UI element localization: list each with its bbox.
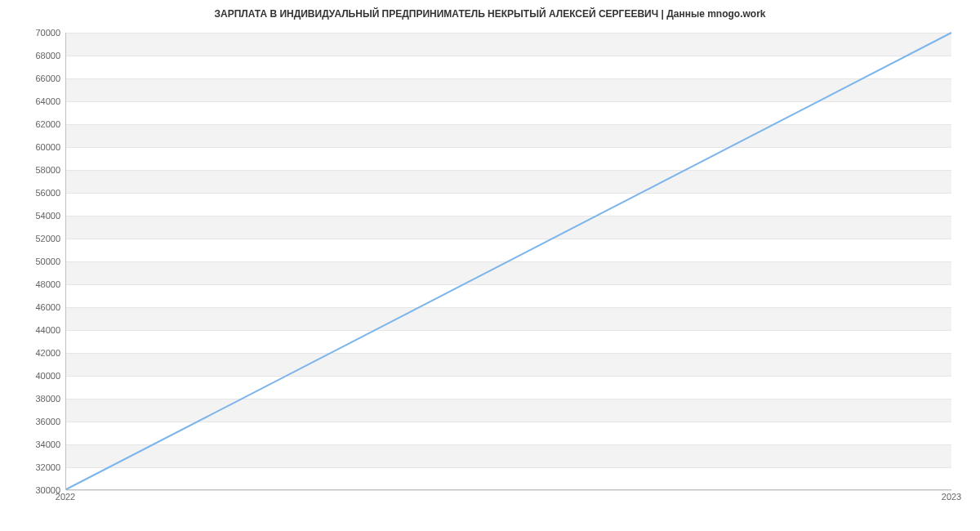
y-tick-label: 38000 [0, 394, 60, 404]
y-tick-label: 48000 [0, 279, 60, 289]
y-tick-label: 34000 [0, 440, 60, 449]
y-tick-label: 68000 [0, 51, 60, 60]
y-tick-label: 36000 [0, 417, 60, 426]
y-tick-label: 56000 [0, 188, 60, 198]
data-line [66, 33, 951, 489]
y-tick-label: 32000 [0, 462, 60, 472]
y-tick-label: 60000 [0, 142, 60, 152]
plot-area [65, 33, 951, 490]
y-tick-label: 30000 [0, 485, 60, 495]
series-line [66, 33, 951, 489]
y-tick-label: 62000 [0, 119, 60, 129]
grid-line [66, 490, 951, 491]
x-axis-labels: 2022 2023 [65, 492, 951, 508]
y-tick-label: 42000 [0, 348, 60, 358]
y-tick-label: 52000 [0, 234, 60, 243]
y-tick-label: 54000 [0, 211, 60, 221]
y-tick-label: 58000 [0, 165, 60, 175]
x-tick-2022: 2022 [56, 492, 75, 502]
chart-container: ЗАРПЛАТА В ИНДИВИДУАЛЬНЫЙ ПРЕДПРИНИМАТЕЛ… [0, 0, 980, 531]
x-tick-2023: 2023 [942, 492, 961, 502]
y-tick-label: 44000 [0, 325, 60, 335]
y-tick-label: 70000 [0, 28, 60, 38]
y-tick-label: 64000 [0, 96, 60, 106]
chart-title: ЗАРПЛАТА В ИНДИВИДУАЛЬНЫЙ ПРЕДПРИНИМАТЕЛ… [0, 8, 980, 20]
y-tick-label: 46000 [0, 302, 60, 312]
y-tick-label: 66000 [0, 74, 60, 83]
y-axis-labels: 3000032000340003600038000400004200044000… [0, 33, 60, 490]
y-tick-label: 50000 [0, 257, 60, 266]
y-tick-label: 40000 [0, 371, 60, 381]
